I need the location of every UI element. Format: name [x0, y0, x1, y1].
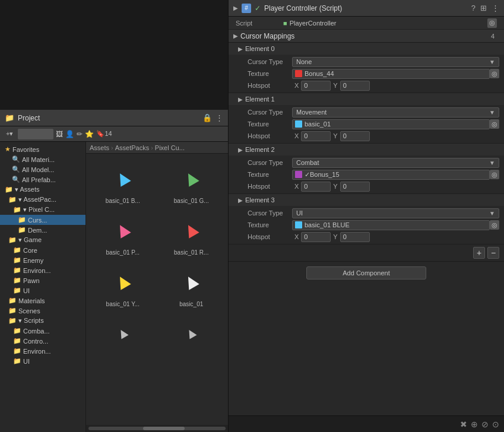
- lock-icon[interactable]: 🔒: [202, 113, 212, 122]
- element-3-texture-picker[interactable]: ◎: [490, 220, 499, 230]
- add-element-button[interactable]: +: [473, 247, 485, 259]
- element-0-y-input[interactable]: [340, 81, 370, 91]
- element-1-header[interactable]: ▶ Element 1: [229, 93, 504, 105]
- element-0-texture-field[interactable]: Bonus_44: [292, 69, 490, 79]
- script-file-icon: ■: [283, 20, 287, 27]
- folder-icon11: 📁: [13, 277, 21, 284]
- tree-item-game[interactable]: 📁 ▾ Game: [0, 235, 85, 245]
- element-2-hotspot-label: Hotspot: [248, 183, 292, 190]
- element-2-y-input[interactable]: [340, 182, 370, 192]
- misc2-arrow-icon: [186, 328, 197, 339]
- layout-icon[interactable]: ⊞: [480, 4, 487, 12]
- element-3-cursortype-dropdown[interactable]: UI ▼: [292, 208, 499, 218]
- element-1-cursortype-dropdown[interactable]: Movement ▼: [292, 107, 499, 117]
- horizontal-scrollbar[interactable]: [86, 425, 228, 432]
- bottom-icon-4[interactable]: ⊙: [492, 420, 499, 429]
- folder-icon17: 📁: [13, 337, 21, 345]
- element-0-x-label: X: [294, 82, 299, 89]
- tree-item-all-materials[interactable]: 🔍 All Materi...: [0, 154, 85, 164]
- element-2-texture-picker[interactable]: ◎: [490, 170, 499, 179]
- asset-item-pink[interactable]: basic_01 P...: [90, 209, 156, 258]
- tree-item-environ1[interactable]: 📁 Environ...: [0, 265, 85, 275]
- breadcrumb-assetpacks[interactable]: AssetPacks: [115, 144, 149, 151]
- element-3-x-input[interactable]: [301, 232, 331, 242]
- tree-item-pixelc[interactable]: 📁 ▾ Pixel C...: [0, 205, 85, 215]
- tree-item-dem[interactable]: 📁 Dem...: [0, 225, 85, 235]
- script-picker-button[interactable]: ◎: [487, 18, 497, 28]
- breadcrumb-assets[interactable]: Assets: [90, 144, 109, 151]
- star-icon[interactable]: ⭐: [85, 130, 94, 138]
- breadcrumb-pixelcu[interactable]: Pixel Cu...: [155, 144, 185, 151]
- combat-label: Comba...: [23, 328, 50, 335]
- asset-item-yellow[interactable]: basic_01 Y...: [90, 261, 156, 310]
- element-3-texture-name: basic_01 BLUE: [305, 221, 350, 228]
- tree-item-all-models[interactable]: 🔍 All Model...: [0, 164, 85, 174]
- tree-item-ui[interactable]: 📁 UI: [0, 285, 85, 296]
- curs-label: Curs...: [28, 217, 47, 224]
- menu-icon[interactable]: ⋮: [215, 113, 223, 122]
- asset-icon-white: [172, 263, 210, 301]
- asset-item-misc2[interactable]: [159, 312, 225, 355]
- assets-grid: basic_01 B... basic_01 G... basic_01 P..…: [86, 154, 228, 425]
- cursor-mappings-arrow-icon[interactable]: ▶: [233, 33, 238, 39]
- search-input[interactable]: [18, 129, 53, 139]
- element-3-dropdown-arrow-icon: ▼: [489, 210, 495, 217]
- element-1-x-input[interactable]: [301, 131, 331, 141]
- bottom-icon-2[interactable]: ⊕: [471, 420, 478, 429]
- add-button[interactable]: +▾: [4, 129, 15, 139]
- checkmark-icon[interactable]: ✓: [255, 4, 261, 12]
- element-1-hotspot-fields: X Y: [294, 131, 499, 141]
- asset-item-blue[interactable]: basic_01 B...: [90, 157, 156, 207]
- element-0-body: Cursor Type None ▼ Texture Bonus_44: [229, 55, 504, 93]
- tree-item-favorites[interactable]: ★ Favorites: [0, 144, 85, 154]
- tree-item-assetpacks[interactable]: 📁 ▾ AssetPac...: [0, 195, 85, 205]
- help-icon[interactable]: ?: [471, 4, 476, 12]
- element-0-x-input[interactable]: [301, 81, 331, 91]
- tree-item-scenes[interactable]: 📁 Scenes: [0, 306, 85, 316]
- person-icon[interactable]: 👤: [65, 130, 74, 138]
- inspector-header: ▶ # ✓ Player Controller (Script) ? ⊞ ⋮: [229, 0, 504, 17]
- element-2-cursortype-dropdown[interactable]: Combat ▼: [292, 158, 499, 168]
- enemy-label: Enemy: [23, 257, 43, 264]
- asset-item-red[interactable]: basic_01 R...: [159, 209, 225, 258]
- tree-item-ui2[interactable]: 📁 UI: [0, 356, 85, 366]
- edit-icon[interactable]: ✏: [77, 130, 83, 138]
- tree-item-materials[interactable]: 📁 Materials: [0, 296, 85, 306]
- tree-item-enemy[interactable]: 📁 Enemy: [0, 255, 85, 265]
- element-0-header[interactable]: ▶ Element 0: [229, 43, 504, 55]
- header-menu-icon[interactable]: ⋮: [492, 4, 499, 12]
- image-icon[interactable]: 🖼: [56, 130, 63, 138]
- script-name[interactable]: PlayerController: [290, 20, 337, 27]
- tree-item-pawn[interactable]: 📁 Pawn: [0, 275, 85, 285]
- element-1-texture-label: Texture: [248, 120, 292, 128]
- element-1-texture-field[interactable]: basic_01: [292, 119, 490, 129]
- remove-element-button[interactable]: −: [487, 247, 499, 259]
- collapse-arrow-icon[interactable]: ▶: [233, 5, 238, 11]
- element-2-header[interactable]: ▶ Element 2: [229, 144, 504, 155]
- element-2-texture-field[interactable]: ✓Bonus_15: [292, 170, 490, 180]
- tree-item-curs[interactable]: 📁 Curs...: [0, 215, 85, 225]
- element-0-texture-picker[interactable]: ◎: [490, 69, 499, 78]
- element-1-texture-picker[interactable]: ◎: [490, 119, 499, 129]
- bottom-icon-3[interactable]: ⊘: [481, 420, 489, 429]
- tree-item-core[interactable]: 📁 Core: [0, 245, 85, 255]
- all-prefabs-label: All Prefab...: [22, 176, 56, 183]
- tree-item-combat[interactable]: 📁 Comba...: [0, 326, 85, 336]
- tree-item-assets[interactable]: 📁 ▾ Assets: [0, 185, 85, 195]
- asset-item-misc1[interactable]: [90, 312, 156, 355]
- element-1-y-input[interactable]: [340, 131, 370, 141]
- tree-item-environ2[interactable]: 📁 Environ...: [0, 346, 85, 356]
- tree-item-all-prefabs[interactable]: 🔍 All Prefab...: [0, 174, 85, 185]
- bottom-icon-1[interactable]: ✖: [460, 420, 467, 429]
- asset-item-green[interactable]: basic_01 G...: [159, 157, 225, 207]
- tree-item-control[interactable]: 📁 Contro...: [0, 336, 85, 346]
- element-3-y-input[interactable]: [340, 232, 370, 242]
- asset-item-white[interactable]: basic_01: [159, 261, 225, 310]
- header-action-icons: ? ⊞ ⋮: [471, 4, 499, 12]
- add-component-button[interactable]: Add Component: [306, 266, 426, 279]
- element-2-x-input[interactable]: [301, 182, 331, 192]
- element-3-texture-field[interactable]: basic_01 BLUE: [292, 220, 490, 230]
- element-0-cursortype-dropdown[interactable]: None ▼: [292, 57, 499, 67]
- element-3-header[interactable]: ▶ Element 3: [229, 194, 504, 206]
- tree-item-scripts[interactable]: 📁 ▾ Scripts: [0, 316, 85, 326]
